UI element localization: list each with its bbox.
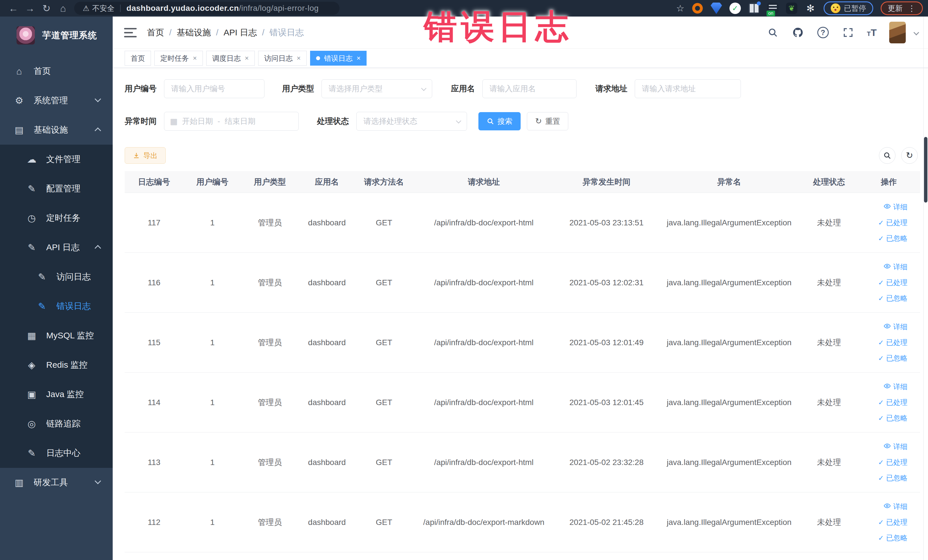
exception-time-range-picker[interactable]: ▦ 开始日期 - 结束日期: [164, 112, 299, 131]
redis-icon: ◈: [25, 359, 38, 371]
close-icon[interactable]: ×: [193, 54, 197, 62]
action-详细[interactable]: 详细: [884, 442, 907, 451]
sidebar-item-系统管理[interactable]: ⚙系统管理: [0, 86, 113, 115]
check-icon: ✓: [878, 534, 884, 542]
fullscreen-icon[interactable]: [842, 26, 855, 39]
access-log-icon: ✎: [35, 271, 49, 282]
app-name-input[interactable]: [482, 79, 577, 98]
extension-icon-2[interactable]: [711, 3, 722, 14]
extension-icon-5[interactable]: [767, 3, 778, 14]
tab-错误日志[interactable]: 错误日志×: [310, 51, 366, 66]
reset-button[interactable]: ↻ 重置: [527, 112, 568, 130]
browser-back-icon[interactable]: ←: [5, 3, 22, 14]
action-详细[interactable]: 详细: [884, 502, 907, 511]
check-icon: ✓: [878, 518, 884, 526]
error-log-icon: ✎: [35, 301, 49, 312]
sidebar-item-文件管理[interactable]: ☁文件管理: [0, 145, 113, 174]
cell-7: java.lang.IllegalArgumentException: [658, 458, 800, 467]
action-已处理[interactable]: ✓已处理: [878, 278, 907, 287]
browser-reload-icon[interactable]: ↻: [38, 3, 55, 14]
user-id-input[interactable]: [164, 79, 264, 98]
action-已处理[interactable]: ✓已处理: [878, 398, 907, 407]
action-已处理[interactable]: ✓已处理: [878, 458, 907, 467]
process-status-select[interactable]: 请选择处理状态: [356, 112, 467, 131]
close-icon[interactable]: ×: [245, 54, 249, 62]
breadcrumb-item[interactable]: 基础设施: [177, 27, 211, 38]
sidebar-item-Java-监控[interactable]: ▣Java 监控: [0, 380, 113, 409]
extension-icon-3[interactable]: [730, 3, 741, 14]
close-icon[interactable]: ×: [297, 54, 301, 62]
avatar-caret-icon[interactable]: [913, 30, 919, 35]
search-icon[interactable]: [766, 26, 779, 39]
tab-调度日志[interactable]: 调度日志×: [206, 51, 255, 66]
action-详细[interactable]: 详细: [884, 262, 907, 272]
app-logo: [17, 26, 35, 44]
app-logo-row[interactable]: 芋道管理系统: [0, 17, 113, 52]
cell-5: /api/infra/db-doc/export-html: [412, 218, 555, 227]
close-icon[interactable]: ×: [357, 54, 360, 62]
browser-home-icon[interactable]: ⌂: [55, 3, 71, 14]
cell-5: /api/infra/db-doc/export-html: [412, 458, 555, 467]
sidebar-item-配置管理[interactable]: ✎配置管理: [0, 174, 113, 203]
address-bar[interactable]: ⚠不安全 dashboard.yudao.iocoder.cn/infra/lo…: [74, 2, 339, 15]
action-已处理[interactable]: ✓已处理: [878, 218, 907, 227]
browser-update-button[interactable]: 更新 ⋮: [881, 2, 923, 15]
row-actions: 详细✓已处理✓已忽略: [858, 502, 920, 543]
extension-icon-1[interactable]: [692, 3, 703, 14]
column-header-5: 请求地址: [412, 177, 555, 188]
eye-icon: [884, 502, 891, 511]
sidebar-item-研发工具[interactable]: ▥研发工具: [0, 468, 113, 497]
sidebar-item-首页[interactable]: ⌂首页: [0, 56, 113, 86]
extension-icon-6[interactable]: [786, 3, 797, 14]
toggle-search-button[interactable]: [879, 147, 896, 164]
sidebar-item-日志中心[interactable]: ✎日志中心: [0, 438, 113, 468]
breadcrumb-item[interactable]: 首页: [147, 27, 164, 38]
action-详细[interactable]: 详细: [884, 322, 907, 331]
search-button[interactable]: 搜索: [478, 112, 520, 130]
github-icon[interactable]: [792, 26, 804, 39]
sidebar-item-MySQL-监控[interactable]: ▦MySQL 监控: [0, 321, 113, 350]
action-详细[interactable]: 详细: [884, 202, 907, 212]
security-warning[interactable]: ⚠不安全: [83, 3, 114, 14]
request-url-input[interactable]: [635, 79, 741, 98]
tab-定时任务[interactable]: 定时任务×: [154, 51, 203, 66]
browser-menu-icon[interactable]: ⋮: [908, 4, 916, 13]
sidebar-item-错误日志[interactable]: ✎错误日志: [0, 291, 113, 321]
sidebar-item-链路追踪[interactable]: ◎链路追踪: [0, 409, 113, 438]
profile-paused-pill[interactable]: 已暂停: [824, 2, 873, 15]
export-button[interactable]: 导出: [125, 147, 166, 164]
page-url[interactable]: dashboard.yudao.iocoder.cn/infra/log/api…: [127, 4, 319, 13]
action-已忽略[interactable]: ✓已忽略: [878, 233, 907, 243]
action-已忽略[interactable]: ✓已忽略: [878, 533, 907, 543]
sidebar-item-API-日志[interactable]: ✎API 日志: [0, 233, 113, 262]
extension-icon-7[interactable]: [805, 3, 816, 14]
action-已忽略[interactable]: ✓已忽略: [878, 414, 907, 423]
user-avatar[interactable]: [889, 22, 906, 43]
sidebar-item-定时任务[interactable]: ◷定时任务: [0, 203, 113, 233]
action-详细[interactable]: 详细: [884, 382, 907, 391]
collapse-sidebar-icon[interactable]: [124, 25, 137, 40]
sidebar-item-访问日志[interactable]: ✎访问日志: [0, 262, 113, 291]
refresh-table-button[interactable]: ↻: [901, 147, 918, 164]
check-icon: ✓: [878, 354, 884, 362]
row-actions: 详细✓已处理✓已忽略: [858, 262, 920, 303]
tab-访问日志[interactable]: 访问日志×: [258, 51, 307, 66]
action-已处理[interactable]: ✓已处理: [878, 338, 907, 347]
action-已忽略[interactable]: ✓已忽略: [878, 473, 907, 483]
browser-forward-icon[interactable]: →: [22, 3, 38, 14]
extension-icon-4[interactable]: [748, 3, 760, 14]
action-label: 已处理: [886, 517, 907, 527]
tab-首页[interactable]: 首页: [125, 51, 151, 66]
breadcrumb-item[interactable]: API 日志: [224, 27, 257, 38]
help-icon[interactable]: ?: [817, 26, 829, 39]
user-type-select[interactable]: 请选择用户类型: [322, 79, 432, 98]
action-已忽略[interactable]: ✓已忽略: [878, 354, 907, 363]
font-size-icon[interactable]: TT: [867, 27, 877, 38]
sidebar-item-Redis-监控[interactable]: ◈Redis 监控: [0, 350, 113, 380]
action-已忽略[interactable]: ✓已忽略: [878, 293, 907, 303]
bookmark-star-icon[interactable]: ☆: [676, 3, 684, 14]
action-已处理[interactable]: ✓已处理: [878, 517, 907, 527]
scrollbar-thumb[interactable]: [924, 137, 927, 203]
table-row: 1161管理员dashboardGET/api/infra/db-doc/exp…: [125, 253, 920, 313]
sidebar-item-基础设施[interactable]: ▤基础设施: [0, 115, 113, 145]
